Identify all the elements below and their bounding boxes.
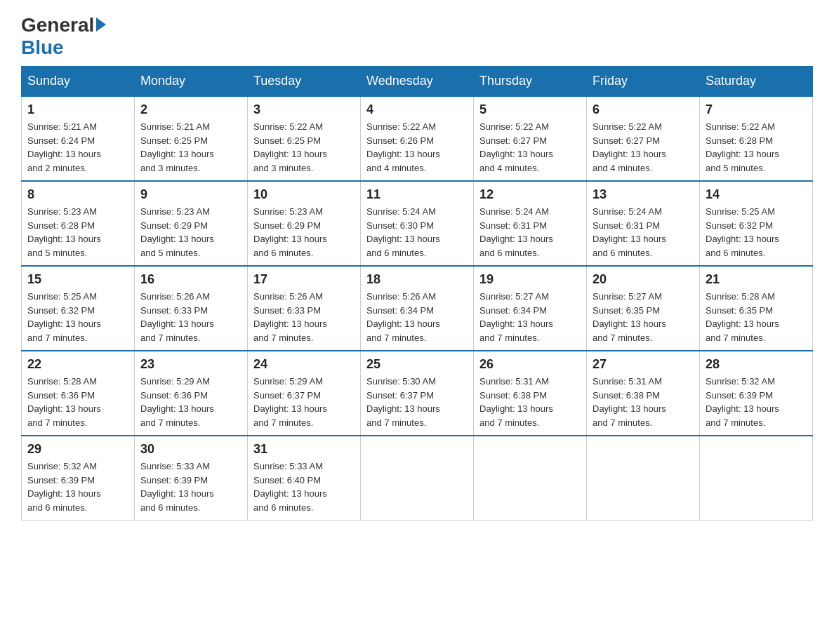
day-number: 8 xyxy=(27,187,128,202)
calendar-cell: 30Sunrise: 5:33 AMSunset: 6:39 PMDayligh… xyxy=(135,436,248,521)
calendar-cell: 20Sunrise: 5:27 AMSunset: 6:35 PMDayligh… xyxy=(587,266,700,351)
day-info: Sunrise: 5:30 AMSunset: 6:37 PMDaylight:… xyxy=(366,375,468,429)
day-number: 3 xyxy=(253,102,355,117)
calendar-cell xyxy=(700,436,813,521)
calendar-cell: 28Sunrise: 5:32 AMSunset: 6:39 PMDayligh… xyxy=(700,351,813,436)
day-number: 17 xyxy=(253,272,355,287)
day-info: Sunrise: 5:23 AMSunset: 6:28 PMDaylight:… xyxy=(27,205,128,260)
day-number: 16 xyxy=(140,272,241,287)
calendar-cell: 3Sunrise: 5:22 AMSunset: 6:25 PMDaylight… xyxy=(248,96,361,181)
day-number: 12 xyxy=(479,187,581,202)
calendar-cell: 16Sunrise: 5:26 AMSunset: 6:33 PMDayligh… xyxy=(135,266,248,351)
calendar-cell: 2Sunrise: 5:21 AMSunset: 6:25 PMDaylight… xyxy=(135,96,248,181)
day-info: Sunrise: 5:32 AMSunset: 6:39 PMDaylight:… xyxy=(27,459,128,514)
calendar-cell: 5Sunrise: 5:22 AMSunset: 6:27 PMDaylight… xyxy=(474,96,587,181)
day-number: 22 xyxy=(27,357,128,372)
calendar-week-4: 22Sunrise: 5:28 AMSunset: 6:36 PMDayligh… xyxy=(22,351,813,436)
col-header-friday: Friday xyxy=(587,67,700,97)
day-number: 2 xyxy=(140,102,241,117)
col-header-thursday: Thursday xyxy=(474,67,587,97)
logo-general-text: General xyxy=(21,14,94,36)
calendar-week-3: 15Sunrise: 5:25 AMSunset: 6:32 PMDayligh… xyxy=(22,266,813,351)
day-info: Sunrise: 5:27 AMSunset: 6:35 PMDaylight:… xyxy=(593,290,694,344)
day-number: 13 xyxy=(593,187,694,202)
day-number: 14 xyxy=(706,187,807,202)
day-info: Sunrise: 5:29 AMSunset: 6:37 PMDaylight:… xyxy=(253,375,355,429)
day-info: Sunrise: 5:26 AMSunset: 6:34 PMDaylight:… xyxy=(366,290,468,344)
day-info: Sunrise: 5:32 AMSunset: 6:39 PMDaylight:… xyxy=(706,375,807,429)
day-info: Sunrise: 5:22 AMSunset: 6:28 PMDaylight:… xyxy=(706,120,807,175)
day-number: 30 xyxy=(140,442,241,457)
col-header-sunday: Sunday xyxy=(22,67,135,97)
day-info: Sunrise: 5:21 AMSunset: 6:24 PMDaylight:… xyxy=(27,120,128,175)
col-header-wednesday: Wednesday xyxy=(361,67,474,97)
calendar-cell: 25Sunrise: 5:30 AMSunset: 6:37 PMDayligh… xyxy=(361,351,474,436)
day-info: Sunrise: 5:23 AMSunset: 6:29 PMDaylight:… xyxy=(140,205,241,260)
day-info: Sunrise: 5:22 AMSunset: 6:27 PMDaylight:… xyxy=(593,120,694,175)
day-number: 31 xyxy=(253,442,355,457)
calendar-cell: 1Sunrise: 5:21 AMSunset: 6:24 PMDaylight… xyxy=(22,96,135,181)
day-info: Sunrise: 5:27 AMSunset: 6:34 PMDaylight:… xyxy=(479,290,581,344)
logo: General Blue xyxy=(21,14,108,59)
calendar-cell: 10Sunrise: 5:23 AMSunset: 6:29 PMDayligh… xyxy=(248,181,361,266)
calendar-cell: 21Sunrise: 5:28 AMSunset: 6:35 PMDayligh… xyxy=(700,266,813,351)
calendar-cell: 7Sunrise: 5:22 AMSunset: 6:28 PMDaylight… xyxy=(700,96,813,181)
day-info: Sunrise: 5:33 AMSunset: 6:39 PMDaylight:… xyxy=(140,459,241,514)
day-info: Sunrise: 5:25 AMSunset: 6:32 PMDaylight:… xyxy=(27,290,128,344)
calendar-cell: 26Sunrise: 5:31 AMSunset: 6:38 PMDayligh… xyxy=(474,351,587,436)
calendar-cell xyxy=(361,436,474,521)
calendar-cell: 17Sunrise: 5:26 AMSunset: 6:33 PMDayligh… xyxy=(248,266,361,351)
day-info: Sunrise: 5:31 AMSunset: 6:38 PMDaylight:… xyxy=(593,375,694,429)
calendar-cell: 14Sunrise: 5:25 AMSunset: 6:32 PMDayligh… xyxy=(700,181,813,266)
day-info: Sunrise: 5:25 AMSunset: 6:32 PMDaylight:… xyxy=(706,205,807,260)
calendar-week-2: 8Sunrise: 5:23 AMSunset: 6:28 PMDaylight… xyxy=(22,181,813,266)
day-info: Sunrise: 5:33 AMSunset: 6:40 PMDaylight:… xyxy=(253,459,355,514)
day-number: 6 xyxy=(593,102,694,117)
calendar-cell: 24Sunrise: 5:29 AMSunset: 6:37 PMDayligh… xyxy=(248,351,361,436)
day-info: Sunrise: 5:21 AMSunset: 6:25 PMDaylight:… xyxy=(140,120,241,175)
calendar-cell: 11Sunrise: 5:24 AMSunset: 6:30 PMDayligh… xyxy=(361,181,474,266)
calendar-cell xyxy=(587,436,700,521)
col-header-saturday: Saturday xyxy=(700,67,813,97)
day-number: 19 xyxy=(479,272,581,287)
day-info: Sunrise: 5:31 AMSunset: 6:38 PMDaylight:… xyxy=(479,375,581,429)
calendar-cell: 12Sunrise: 5:24 AMSunset: 6:31 PMDayligh… xyxy=(474,181,587,266)
calendar-week-1: 1Sunrise: 5:21 AMSunset: 6:24 PMDaylight… xyxy=(22,96,813,181)
day-number: 5 xyxy=(479,102,581,117)
day-number: 27 xyxy=(593,357,694,372)
day-number: 21 xyxy=(706,272,807,287)
logo-arrow-icon xyxy=(96,18,106,32)
calendar-cell: 29Sunrise: 5:32 AMSunset: 6:39 PMDayligh… xyxy=(22,436,135,521)
day-number: 29 xyxy=(27,442,128,457)
col-header-tuesday: Tuesday xyxy=(248,67,361,97)
calendar-cell xyxy=(474,436,587,521)
day-number: 26 xyxy=(479,357,581,372)
calendar-cell: 23Sunrise: 5:29 AMSunset: 6:36 PMDayligh… xyxy=(135,351,248,436)
page-header: General Blue xyxy=(21,14,813,59)
day-info: Sunrise: 5:24 AMSunset: 6:31 PMDaylight:… xyxy=(593,205,694,260)
day-info: Sunrise: 5:22 AMSunset: 6:26 PMDaylight:… xyxy=(366,120,468,175)
day-number: 23 xyxy=(140,357,241,372)
day-number: 24 xyxy=(253,357,355,372)
calendar-cell: 27Sunrise: 5:31 AMSunset: 6:38 PMDayligh… xyxy=(587,351,700,436)
col-header-monday: Monday xyxy=(135,67,248,97)
day-number: 1 xyxy=(27,102,128,117)
day-number: 10 xyxy=(253,187,355,202)
calendar-table: SundayMondayTuesdayWednesdayThursdayFrid… xyxy=(21,66,813,521)
calendar-cell: 18Sunrise: 5:26 AMSunset: 6:34 PMDayligh… xyxy=(361,266,474,351)
calendar-header-row: SundayMondayTuesdayWednesdayThursdayFrid… xyxy=(22,67,813,97)
day-number: 4 xyxy=(366,102,468,117)
day-info: Sunrise: 5:28 AMSunset: 6:36 PMDaylight:… xyxy=(27,375,128,429)
day-info: Sunrise: 5:23 AMSunset: 6:29 PMDaylight:… xyxy=(253,205,355,260)
calendar-cell: 22Sunrise: 5:28 AMSunset: 6:36 PMDayligh… xyxy=(22,351,135,436)
day-info: Sunrise: 5:24 AMSunset: 6:30 PMDaylight:… xyxy=(366,205,468,260)
day-info: Sunrise: 5:28 AMSunset: 6:35 PMDaylight:… xyxy=(706,290,807,344)
calendar-cell: 4Sunrise: 5:22 AMSunset: 6:26 PMDaylight… xyxy=(361,96,474,181)
day-number: 15 xyxy=(27,272,128,287)
calendar-cell: 13Sunrise: 5:24 AMSunset: 6:31 PMDayligh… xyxy=(587,181,700,266)
day-number: 20 xyxy=(593,272,694,287)
calendar-cell: 8Sunrise: 5:23 AMSunset: 6:28 PMDaylight… xyxy=(22,181,135,266)
day-info: Sunrise: 5:26 AMSunset: 6:33 PMDaylight:… xyxy=(253,290,355,344)
calendar-cell: 15Sunrise: 5:25 AMSunset: 6:32 PMDayligh… xyxy=(22,266,135,351)
day-info: Sunrise: 5:24 AMSunset: 6:31 PMDaylight:… xyxy=(479,205,581,260)
